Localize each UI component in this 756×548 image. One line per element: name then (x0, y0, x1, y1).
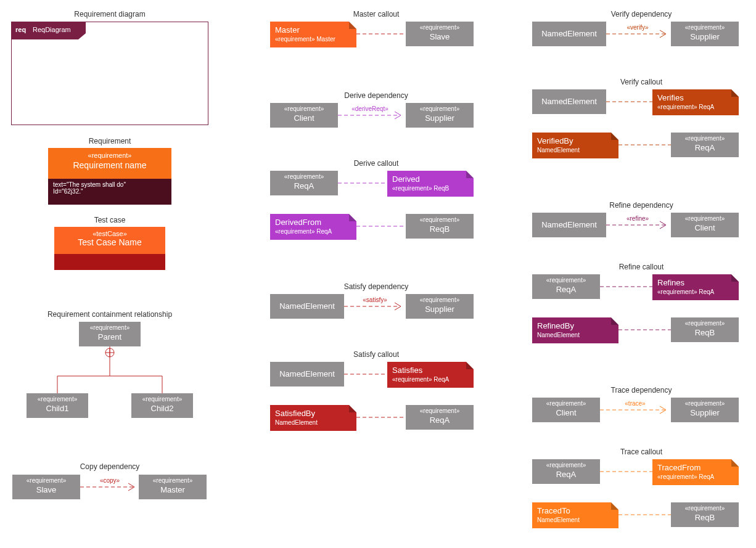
diagram-canvas: Requirement diagram req ReqDiagram Requi… (0, 0, 756, 548)
